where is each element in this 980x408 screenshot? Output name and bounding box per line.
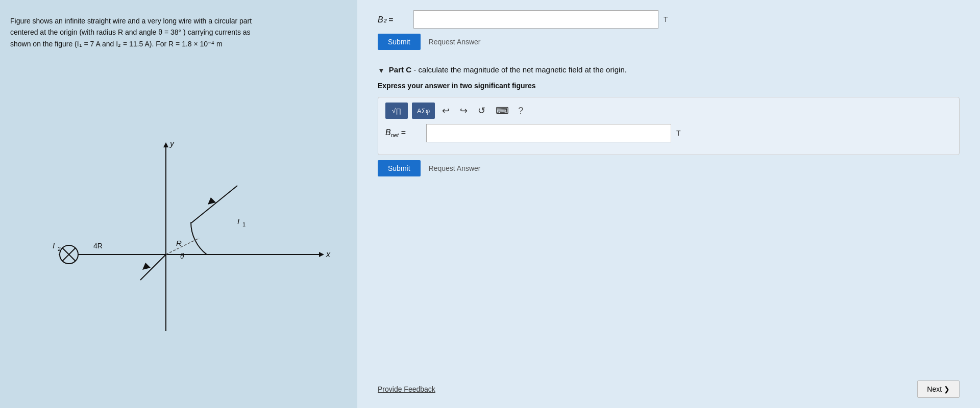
part-c-title: Part C - calculate the magnitude of the … xyxy=(389,65,627,74)
problem-description: Figure shows an infinite straight wire a… xyxy=(10,15,342,49)
keyboard-button[interactable]: ⌨ xyxy=(493,104,512,117)
svg-text:y: y xyxy=(169,139,175,148)
part-c-collapse-icon[interactable]: ▼ xyxy=(378,66,385,74)
part-c-bold-label: Part C xyxy=(389,65,411,74)
svg-text:x: x xyxy=(326,250,331,259)
problem-line2: centered at the origin (with radius R an… xyxy=(10,28,251,36)
right-panel: B₂ = T Submit Request Answer ▼ Part C - … xyxy=(357,0,980,408)
undo-button[interactable]: ↩ xyxy=(439,104,453,117)
b2-btn-row: Submit Request Answer xyxy=(378,34,960,50)
part-c-section: ▼ Part C - calculate the magnitude of th… xyxy=(378,65,960,176)
bnet-input-row: Bnet = T xyxy=(385,124,952,142)
left-panel: Figure shows an infinite straight wire a… xyxy=(0,0,357,408)
physics-diagram: x y θ R xyxy=(18,114,334,344)
svg-text:R: R xyxy=(176,239,182,247)
part-c-header: ▼ Part C - calculate the magnitude of th… xyxy=(378,65,960,74)
bottom-bar: Provide Feedback Next ❯ xyxy=(378,370,960,398)
problem-line1: Figure shows an infinite straight wire a… xyxy=(10,17,252,25)
express-answer-label: Express your answer in two significant f… xyxy=(378,82,960,90)
svg-text:2: 2 xyxy=(58,246,61,252)
svg-text:θ: θ xyxy=(180,252,184,260)
provide-feedback-link[interactable]: Provide Feedback xyxy=(378,385,435,393)
part-c-desc: - calculate the magnitude of the net mag… xyxy=(411,65,627,74)
b2-input[interactable] xyxy=(413,10,658,29)
b2-unit: T xyxy=(664,15,668,23)
svg-text:1: 1 xyxy=(242,221,246,227)
bnet-btn-row: Submit Request Answer xyxy=(378,160,960,176)
b2-section: B₂ = T Submit Request Answer xyxy=(378,10,960,50)
next-button[interactable]: Next ❯ xyxy=(917,380,960,398)
b2-label: B₂ = xyxy=(378,15,408,24)
svg-text:4R: 4R xyxy=(93,242,103,250)
diagram-area: x y θ R xyxy=(10,60,342,398)
bnet-request-answer-link[interactable]: Request Answer xyxy=(429,164,481,172)
help-icon: ? xyxy=(516,105,525,117)
problem-line3: shown on the figure (I₁ = 7 A and I₂ = 1… xyxy=(10,40,223,48)
sqrt-toolbar-button[interactable]: √∏ xyxy=(385,103,408,119)
redo-button[interactable]: ↪ xyxy=(457,104,471,117)
svg-text:I: I xyxy=(237,217,239,225)
math-toolbar-box: √∏ ΑΣφ ↩ ↪ ↺ ⌨ ? Bnet = T xyxy=(378,97,960,155)
symbol-toolbar-button[interactable]: ΑΣφ xyxy=(412,103,435,119)
bnet-submit-button[interactable]: Submit xyxy=(378,160,421,176)
toolbar-row: √∏ ΑΣφ ↩ ↪ ↺ ⌨ ? xyxy=(385,103,952,119)
bnet-label: Bnet = xyxy=(385,128,421,138)
svg-text:I: I xyxy=(53,241,55,250)
b2-input-row: B₂ = T xyxy=(378,10,960,29)
refresh-button[interactable]: ↺ xyxy=(475,104,488,117)
svg-rect-0 xyxy=(18,117,334,341)
bnet-input[interactable] xyxy=(426,124,671,142)
b2-submit-button[interactable]: Submit xyxy=(378,34,421,50)
b2-request-answer-link[interactable]: Request Answer xyxy=(429,38,481,46)
bnet-unit: T xyxy=(676,129,681,137)
